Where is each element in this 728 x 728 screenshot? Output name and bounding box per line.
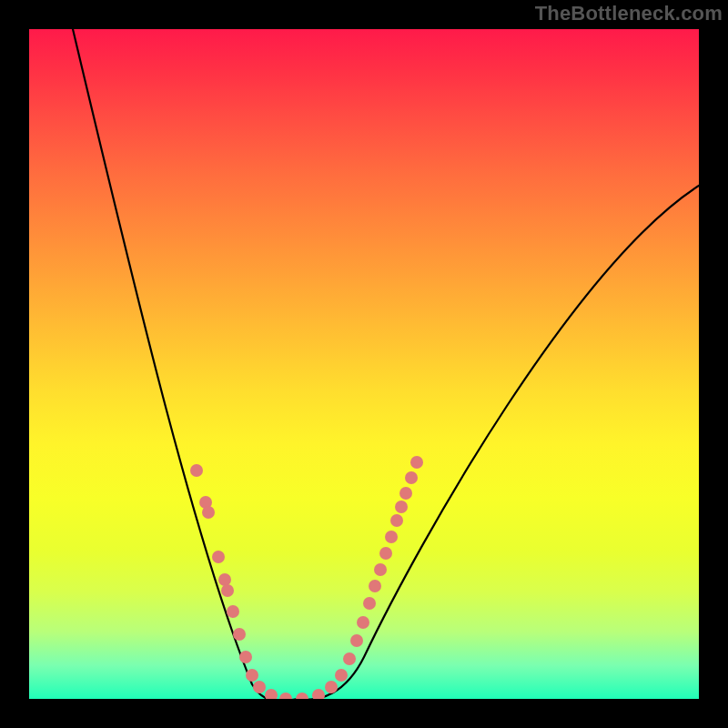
data-marker — [390, 514, 403, 527]
data-marker — [218, 573, 231, 586]
chart-svg — [29, 29, 699, 699]
data-marker — [374, 563, 387, 576]
data-marker — [253, 681, 266, 693]
data-marker — [395, 500, 408, 513]
data-marker — [385, 531, 398, 543]
data-marker — [212, 551, 225, 563]
data-marker — [221, 584, 234, 597]
data-marker — [369, 580, 381, 592]
data-marker — [202, 506, 215, 519]
data-marker — [343, 652, 356, 665]
data-marker — [312, 689, 325, 699]
data-marker — [246, 669, 258, 682]
data-marker — [405, 471, 418, 484]
data-marker — [325, 681, 338, 693]
marker-group — [190, 456, 423, 699]
watermark-text: TheBottleneck.com — [535, 2, 723, 25]
data-marker — [279, 693, 292, 699]
data-marker — [265, 689, 278, 699]
data-marker — [350, 634, 363, 647]
data-marker — [227, 605, 239, 618]
data-marker — [379, 547, 392, 560]
plot-area — [29, 29, 699, 699]
data-marker — [363, 597, 376, 610]
curve-group — [73, 29, 699, 699]
data-marker — [410, 456, 423, 469]
data-marker — [190, 464, 203, 477]
data-marker — [233, 628, 246, 641]
chart-frame: TheBottleneck.com — [0, 0, 728, 728]
data-marker — [357, 616, 369, 629]
data-marker — [296, 693, 308, 699]
data-marker — [335, 669, 348, 682]
data-marker — [399, 487, 412, 500]
data-marker — [239, 651, 252, 663]
curve-left-curve — [73, 29, 298, 699]
